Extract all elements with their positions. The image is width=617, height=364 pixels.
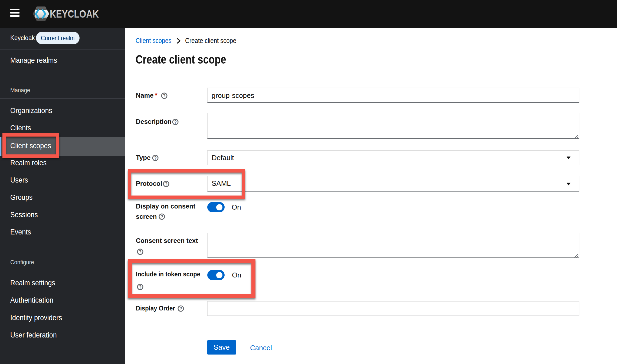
svg-text:?: ? — [163, 93, 166, 98]
svg-text:?: ? — [174, 120, 177, 124]
svg-text:?: ? — [139, 249, 142, 254]
svg-text:?: ? — [179, 306, 182, 311]
svg-text:KEYCLOAK: KEYCLOAK — [50, 8, 99, 20]
svg-text:?: ? — [160, 214, 163, 219]
svg-text:?: ? — [154, 155, 157, 160]
